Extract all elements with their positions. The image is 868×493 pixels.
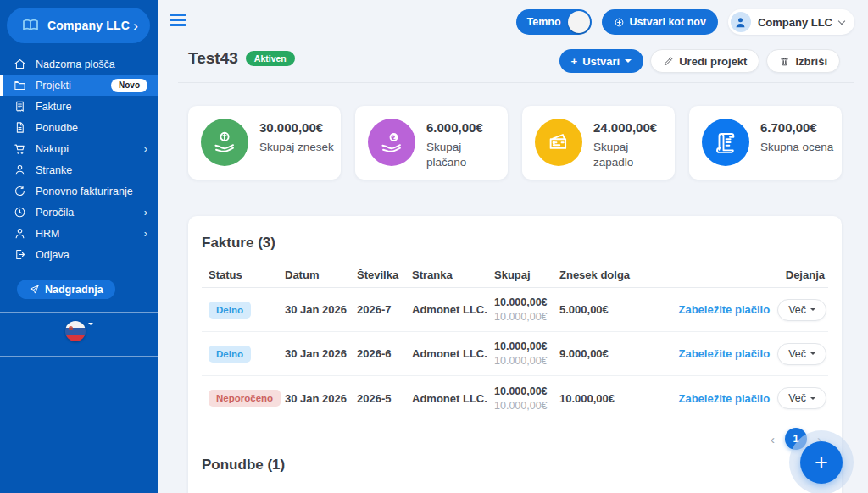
edit-project-button[interactable]: Uredi projekt bbox=[650, 49, 760, 73]
invoice-number: 2026-7 bbox=[350, 303, 405, 316]
invoice-client: Admonet LLC. bbox=[405, 347, 487, 360]
stat-icon bbox=[379, 130, 404, 155]
sidebar-item-icon bbox=[14, 227, 26, 240]
stat-card: 6.000,00€ Skupaj plačano bbox=[355, 106, 508, 180]
invoice-due-amount: 5.000,00€ bbox=[553, 303, 643, 316]
stat-label: Skupaj znesek bbox=[259, 140, 336, 155]
stat-icon bbox=[212, 130, 237, 155]
invoice-total: 10.000,00€ 10.000,00€ bbox=[487, 385, 553, 412]
table-row: Delno 30 Jan 2026 2026-6 Admonet LLC. 10… bbox=[202, 332, 828, 376]
pagination-prev-button[interactable]: ‹ bbox=[771, 432, 775, 446]
more-actions-button[interactable]: Več bbox=[777, 387, 826, 409]
divider bbox=[0, 312, 158, 313]
sidebar-item[interactable]: Nakupi › bbox=[0, 138, 158, 159]
sidebar-item-label: Ponovno fakturiranje bbox=[36, 186, 133, 197]
sidebar-item[interactable]: Stranke bbox=[0, 159, 158, 180]
status-badge: Delno bbox=[209, 302, 251, 319]
quotes-section-title: Ponudbe (1) bbox=[202, 457, 828, 474]
person-icon bbox=[734, 16, 747, 29]
toggle-knob bbox=[568, 11, 590, 33]
invoice-number: 2026-6 bbox=[350, 347, 405, 360]
company-logo-text: Company LLC bbox=[47, 19, 130, 32]
sidebar-item-icon bbox=[14, 142, 26, 155]
stat-amount: 30.000,00€ bbox=[259, 120, 323, 135]
stat-icon-circle bbox=[702, 119, 749, 166]
sidebar-item-icon bbox=[14, 121, 26, 134]
invoice-total: 10.000,00€ 10.000,00€ bbox=[487, 341, 553, 367]
sidebar-item-label: Nakupi bbox=[36, 143, 69, 155]
sidebar-item[interactable]: Nadzorna plošča bbox=[0, 53, 158, 75]
invoice-date: 30 Jan 2026 bbox=[278, 303, 350, 316]
sidebar-item[interactable]: HRM › bbox=[0, 223, 158, 244]
sidebar-item-icon bbox=[14, 206, 26, 219]
stat-icon-circle bbox=[201, 119, 248, 166]
account-menu[interactable]: Company LLC bbox=[728, 9, 854, 35]
sidebar-item[interactable]: Fakture bbox=[0, 96, 158, 117]
invoices-table-header: Status Datum Številka Stranka Skupaj Zne… bbox=[202, 263, 828, 288]
caret-down-icon bbox=[625, 59, 632, 66]
status-badge: Delno bbox=[209, 346, 251, 363]
stat-amount: 6.700,00€ bbox=[760, 120, 817, 135]
sidebar-item[interactable]: Poročila › bbox=[0, 202, 158, 223]
stat-label: Skupna ocena bbox=[760, 140, 837, 155]
invoices-table-body: Delno 30 Jan 2026 2026-7 Admonet LLC. 10… bbox=[202, 288, 828, 420]
record-payment-link[interactable]: Zabeležite plačilo bbox=[678, 303, 770, 316]
sidebar-item-icon bbox=[14, 163, 26, 176]
sidebar-item-label: Nadzorna plošča bbox=[36, 58, 115, 70]
sidebar-item-label: Stranke bbox=[36, 164, 72, 176]
invoice-due-amount: 9.000,00€ bbox=[553, 347, 643, 360]
table-row: Neporočeno 30 Jan 2026 2026-5 Admonet LL… bbox=[202, 376, 828, 420]
fab-add-button[interactable]: + bbox=[800, 441, 843, 484]
invoice-date: 30 Jan 2026 bbox=[278, 347, 350, 360]
invoice-total: 10.000,00€ 10.000,00€ bbox=[487, 296, 553, 323]
sidebar: Company LLC › Nadzorna plošča Projekti N… bbox=[0, 0, 158, 493]
company-logo-button[interactable]: Company LLC › bbox=[7, 8, 150, 43]
dark-mode-toggle[interactable]: Temno bbox=[516, 9, 592, 35]
sidebar-item[interactable]: Odjava bbox=[0, 244, 158, 265]
sidebar-item-icon bbox=[14, 185, 26, 197]
sidebar-item-label: Ponudbe bbox=[36, 122, 78, 134]
sidebar-item[interactable]: Projekti Novo bbox=[0, 75, 158, 96]
caret-down-icon bbox=[810, 397, 815, 402]
send-icon bbox=[29, 284, 40, 295]
delete-button[interactable]: Izbriši bbox=[766, 49, 840, 73]
more-actions-button[interactable]: Več bbox=[777, 343, 826, 365]
sidebar-item-label: Fakture bbox=[36, 101, 71, 113]
caret-down-icon bbox=[810, 308, 815, 313]
invoice-number: 2026-5 bbox=[350, 392, 405, 405]
status-badge: Neporočeno bbox=[209, 390, 281, 407]
record-payment-link[interactable]: Zabeležite plačilo bbox=[678, 347, 770, 360]
project-detail-card: Fakture (3) Status Datum Številka Strank… bbox=[188, 216, 842, 493]
more-actions-button[interactable]: Več bbox=[777, 299, 826, 321]
stat-icon bbox=[546, 130, 571, 155]
avatar bbox=[731, 12, 751, 32]
hamburger-menu-icon[interactable] bbox=[170, 14, 186, 27]
upgrade-button[interactable]: Nadgradnja bbox=[17, 280, 115, 299]
sidebar-item-label: Odjava bbox=[36, 249, 70, 261]
sidebar-item[interactable]: Ponovno fakturiranje bbox=[0, 180, 158, 202]
caret-down-icon bbox=[88, 323, 93, 328]
language-selector[interactable] bbox=[0, 321, 158, 341]
invoice-date: 30 Jan 2026 bbox=[278, 392, 350, 405]
circle-plus-icon bbox=[614, 17, 625, 28]
sidebar-item-icon bbox=[14, 100, 26, 113]
table-row: Delno 30 Jan 2026 2026-7 Admonet LLC. 10… bbox=[202, 288, 828, 332]
trash-icon bbox=[779, 56, 790, 67]
sidebar-nav: Nadzorna plošča Projekti Novo Fakture bbox=[0, 53, 158, 265]
sidebar-item-icon bbox=[14, 58, 26, 70]
status-badge: Aktiven bbox=[246, 51, 295, 66]
stat-icon bbox=[713, 130, 738, 155]
company-logo-icon bbox=[20, 15, 41, 36]
sidebar-item-icon bbox=[14, 79, 26, 91]
caret-down-icon bbox=[810, 352, 815, 357]
topbar-actions: Temno Ustvari kot nov Company LLC bbox=[516, 9, 854, 35]
chevron-down-icon bbox=[838, 17, 845, 24]
invoice-client: Admonet LLC. bbox=[405, 303, 487, 316]
invoices-section-title: Fakture (3) bbox=[202, 235, 828, 252]
stat-label: Skupaj zapadlo bbox=[593, 140, 670, 169]
stat-cards: 30.000,00€ Skupaj znesek 6.000,00€ Skupa… bbox=[188, 106, 842, 180]
create-button[interactable]: + Ustvari bbox=[559, 49, 644, 73]
record-payment-link[interactable]: Zabeležite plačilo bbox=[678, 392, 770, 405]
create-as-new-button[interactable]: Ustvari kot nov bbox=[602, 9, 718, 35]
sidebar-item[interactable]: Ponudbe bbox=[0, 117, 158, 138]
